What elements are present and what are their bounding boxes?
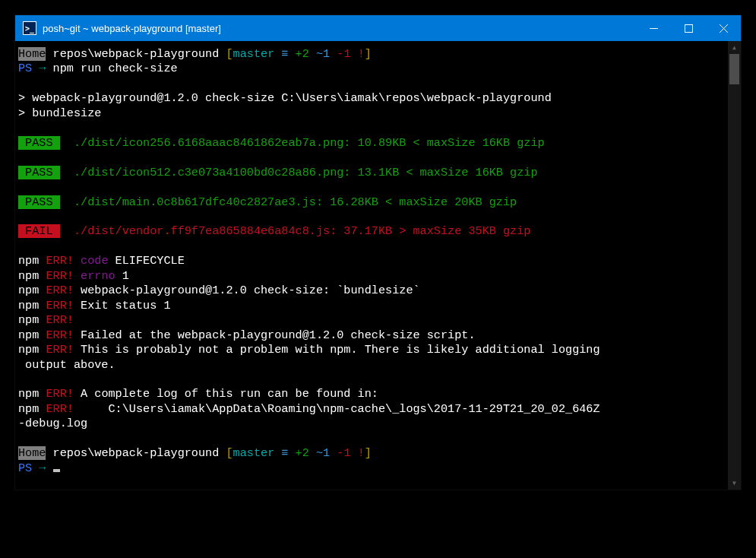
- command-line: PS → npm run check-size: [18, 62, 725, 76]
- npm-error-line: npm ERR! This is probably not a problem …: [18, 343, 725, 357]
- scroll-down-icon[interactable]: ▼: [728, 477, 741, 490]
- terminal-output[interactable]: Home repos\webpack-playground [master ≡ …: [15, 41, 728, 490]
- scrollbar-thumb[interactable]: [729, 54, 739, 84]
- pass-badge: PASS: [18, 166, 60, 179]
- npm-error-line: npm ERR! C:\Users\iamak\AppData\Roaming\…: [18, 402, 725, 417]
- scroll-up-icon[interactable]: ▲: [728, 41, 741, 54]
- prompt-line: Home repos\webpack-playground [master ≡ …: [18, 446, 725, 461]
- svg-rect-1: [685, 24, 692, 32]
- window-title: posh~git ~ webpack-playground [master]: [43, 23, 221, 34]
- npm-error-line: npm ERR!: [18, 313, 725, 328]
- fail-badge: FAIL: [18, 224, 60, 238]
- npm-error-line: npm ERR! Exit status 1: [18, 299, 725, 313]
- bundlesize-result: PASS ./dist/main.0c8b617dfc40c2827ae3.js…: [18, 195, 725, 210]
- pass-badge: PASS: [18, 136, 60, 150]
- command-line[interactable]: PS →: [18, 461, 725, 476]
- prompt-line: Home repos\webpack-playground [master ≡ …: [18, 47, 725, 62]
- output-line: > webpack-playground@1.2.0 check-size C:…: [18, 91, 725, 106]
- bundlesize-result: PASS ./dist/icon512.c3e073a4100bd0c28a86…: [18, 166, 725, 180]
- pass-badge: PASS: [18, 195, 60, 209]
- output-line: > bundlesize: [18, 106, 725, 121]
- npm-error-line: npm ERR! A complete log of this run can …: [18, 387, 725, 401]
- scrollbar[interactable]: ▲ ▼: [728, 41, 741, 490]
- bundlesize-result: PASS ./dist/icon256.6168aaac8461862eab7a…: [18, 136, 725, 151]
- powershell-icon: >_: [23, 21, 36, 35]
- terminal-window: >_ posh~git ~ webpack-playground [master…: [15, 15, 741, 490]
- close-button[interactable]: [706, 15, 741, 41]
- npm-error-line: npm ERR! webpack-playground@1.2.0 check-…: [18, 284, 725, 298]
- minimize-button[interactable]: [636, 15, 671, 41]
- npm-error-line: npm ERR! code ELIFECYCLE: [18, 254, 725, 268]
- npm-error-line: npm ERR! Failed at the webpack-playgroun…: [18, 328, 725, 343]
- npm-error-line: -debug.log: [18, 417, 725, 431]
- prompt-home: Home: [18, 47, 46, 61]
- maximize-button[interactable]: [671, 15, 706, 41]
- cursor: [53, 469, 60, 472]
- npm-error-line: npm ERR! errno 1: [18, 269, 725, 284]
- titlebar[interactable]: >_ posh~git ~ webpack-playground [master…: [15, 15, 741, 41]
- bundlesize-result: FAIL ./dist/vendor.ff9f7ea865884e6a84c8.…: [18, 224, 725, 239]
- prompt-home: Home: [18, 446, 46, 460]
- npm-error-line: output above.: [18, 358, 725, 373]
